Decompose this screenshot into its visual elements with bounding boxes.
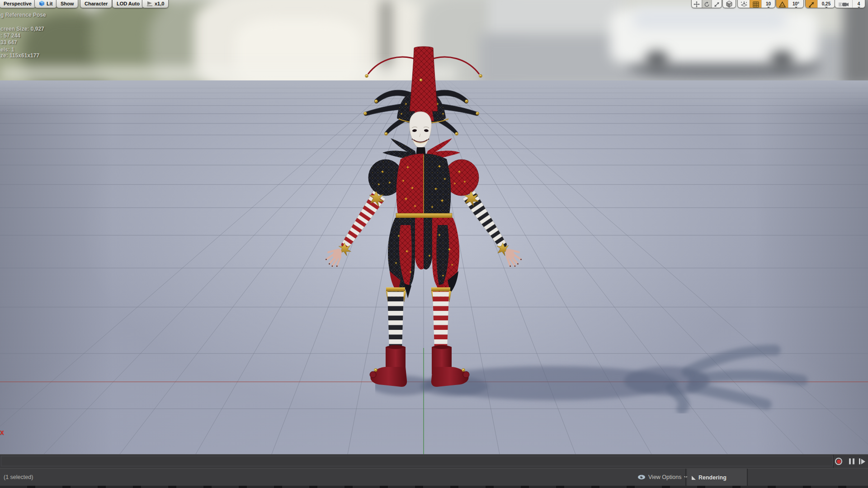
rotation-snap-value: 10° [793, 2, 799, 6]
preview-mode-text: g Reference Pose [0, 12, 46, 18]
coord-space-group [722, 0, 736, 8]
viewport-3d[interactable]: x Perspective Lit Show Character LOD Aut… [0, 0, 868, 454]
approx-size-text: ze: 115x61x177 [0, 52, 39, 59]
grid-snap-toggle[interactable] [750, 0, 761, 8]
record-icon [835, 458, 842, 465]
rotation-snap-group: 10° [776, 0, 804, 8]
view-options-label: View Options [648, 474, 681, 480]
grid-snap-icon [753, 1, 759, 8]
scale-snap-group: 0,25 [805, 0, 835, 8]
camera-speed-button[interactable] [835, 0, 852, 8]
scale-snap-icon [808, 1, 815, 8]
uv-channels-text: els: 1 [0, 47, 14, 53]
screen-size-text: creen Size: 0,927 [0, 26, 44, 32]
show-menu-button[interactable]: Show [56, 0, 78, 8]
character-menu-button[interactable]: Character [80, 0, 112, 8]
rotate-icon [704, 1, 710, 8]
move-tool-button[interactable] [692, 0, 702, 8]
scale-snap-toggle[interactable] [806, 0, 817, 8]
lit-cube-icon [39, 0, 45, 6]
character-label: Character [85, 1, 108, 6]
grid-snap-value: 10 [766, 2, 771, 6]
pause-icon [848, 459, 855, 465]
grid-snap-group: 10 [737, 0, 775, 8]
dropdown-caret-icon [767, 7, 770, 8]
step-forward-button[interactable] [859, 459, 865, 465]
perspective-button[interactable]: Perspective [0, 0, 36, 8]
statusbar-divider [685, 469, 686, 486]
character-model[interactable] [294, 45, 547, 393]
eye-icon [637, 474, 646, 480]
triangle-count-text: : 57 244 [0, 33, 20, 39]
camera-speed-value: 4 [858, 2, 860, 6]
play-speed-icon [146, 1, 153, 6]
grid-snap-value-button[interactable]: 10 [761, 0, 775, 8]
status-bar: (1 selected) View Options Rendering [0, 468, 868, 486]
camera-speed-value-button[interactable]: 4 [852, 0, 865, 8]
lit-label: Lit [47, 1, 52, 6]
scale-snap-value: 0,25 [822, 2, 830, 6]
rotate-tool-button[interactable] [702, 0, 712, 8]
lod-auto-button[interactable]: LOD Auto [112, 0, 144, 8]
view-options-button[interactable]: View Options [633, 469, 692, 486]
dropdown-caret-icon [825, 7, 828, 8]
x-axis-label: x [0, 428, 4, 436]
coord-space-button[interactable] [723, 0, 736, 8]
lod-label: LOD Auto [117, 1, 140, 6]
surface-snap-icon [740, 1, 747, 8]
rotation-snap-value-button[interactable]: 10° [788, 0, 803, 8]
rendering-panel-tab[interactable]: Rendering [687, 469, 747, 486]
transform-tools-group [691, 0, 722, 8]
timeline-bar[interactable] [0, 454, 868, 468]
playback-speed-button[interactable]: x1,0 [142, 0, 169, 8]
rendering-tab-label: Rendering [698, 474, 726, 481]
scale-tool-button[interactable] [712, 0, 722, 8]
timeline-track[interactable] [1, 456, 833, 466]
statusbar-divider [747, 469, 748, 486]
lit-mode-button[interactable]: Lit [34, 0, 57, 8]
surface-snap-button[interactable] [738, 0, 750, 8]
move-icon [693, 1, 700, 8]
vertex-count-text: 33 647 [0, 39, 17, 46]
record-button[interactable] [835, 458, 842, 465]
coord-cube-icon [726, 0, 733, 8]
rotation-snap-icon [779, 1, 786, 8]
perspective-label: Perspective [4, 1, 32, 6]
step-forward-icon [859, 459, 865, 465]
panel-expand-icon [692, 476, 696, 480]
window-edge-strip [0, 486, 868, 488]
dropdown-caret-icon [858, 7, 860, 8]
rotation-snap-toggle[interactable] [776, 0, 788, 8]
unreal-editor-viewport-window: x Perspective Lit Show Character LOD Aut… [0, 0, 868, 488]
scale-snap-value-button[interactable]: 0,25 [817, 0, 835, 8]
camera-speed-icon [838, 1, 849, 8]
show-label: Show [61, 1, 74, 6]
play-speed-label: x1,0 [155, 1, 164, 6]
dropdown-caret-icon [795, 7, 797, 8]
camera-speed-group: 4 [835, 0, 865, 8]
pause-button[interactable] [848, 459, 855, 465]
scale-icon [714, 1, 720, 8]
selection-status: (1 selected) [4, 474, 33, 480]
timeline-divider [833, 455, 834, 468]
